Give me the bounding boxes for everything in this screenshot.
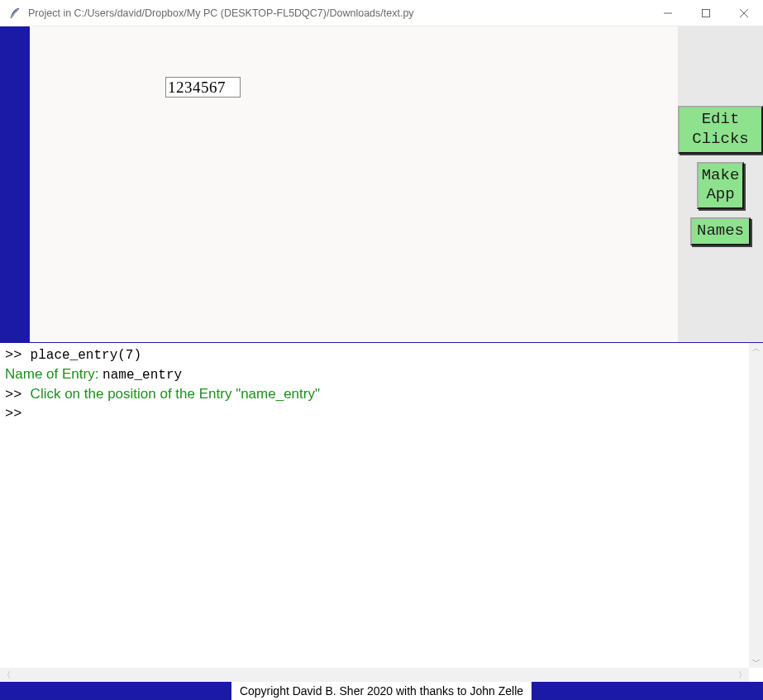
console-panel: >> place_entry(7) Name of Entry: name_en…: [0, 342, 763, 682]
minimize-button[interactable]: [649, 0, 687, 26]
close-button[interactable]: [725, 0, 763, 26]
name-entry-input[interactable]: 1234567: [165, 77, 241, 98]
scroll-right-icon[interactable]: 〉: [738, 669, 746, 681]
console-line: Name of Entry: name_entry: [5, 365, 744, 385]
scroll-down-icon[interactable]: ﹀: [752, 656, 761, 668]
copyright-label: Copyright David B. Sher 2020 with thanks…: [231, 682, 532, 700]
prompt: >>: [5, 387, 31, 402]
console-value: name_entry: [103, 368, 182, 383]
scroll-left-icon[interactable]: 〈: [2, 669, 11, 681]
make-app-button[interactable]: Make App: [697, 162, 745, 210]
console-output[interactable]: >> place_entry(7) Name of Entry: name_en…: [0, 343, 749, 668]
console-label: Name of Entry:: [5, 366, 103, 382]
left-gutter: [0, 26, 30, 342]
footer: Copyright David B. Sher 2020 with thanks…: [0, 682, 763, 700]
console-line: >>: [5, 404, 744, 424]
edit-clicks-button[interactable]: Edit Clicks: [678, 106, 763, 154]
blue-frame: 1234567 Edit Clicks Make App Names: [0, 26, 763, 342]
console-line: >> place_entry(7): [5, 345, 744, 365]
sidebar: Edit Clicks Make App Names: [678, 26, 763, 342]
graphics-canvas[interactable]: 1234567: [30, 26, 678, 342]
prompt: >>: [5, 347, 31, 363]
svg-rect-1: [703, 9, 710, 17]
console-text: Click on the position of the Entry "name…: [31, 386, 320, 402]
scroll-up-icon[interactable]: ︿: [752, 343, 761, 355]
vertical-scrollbar[interactable]: ︿ ﹀: [749, 343, 763, 668]
window-titlebar: Project in C:/Users/david/Dropbox/My PC …: [0, 0, 763, 26]
window-title: Project in C:/Users/david/Dropbox/My PC …: [28, 0, 649, 26]
console-line: >> Click on the position of the Entry "n…: [5, 385, 744, 405]
prompt: >>: [5, 406, 21, 421]
horizontal-scrollbar[interactable]: 〈 〉: [0, 668, 749, 682]
app-upper-panel: 1234567 Edit Clicks Make App Names: [0, 26, 763, 342]
maximize-button[interactable]: [687, 0, 725, 26]
python-feather-icon: [8, 7, 21, 20]
window-controls: [649, 0, 763, 26]
console-text: place_entry(7): [31, 348, 141, 363]
names-button[interactable]: Names: [690, 217, 751, 245]
